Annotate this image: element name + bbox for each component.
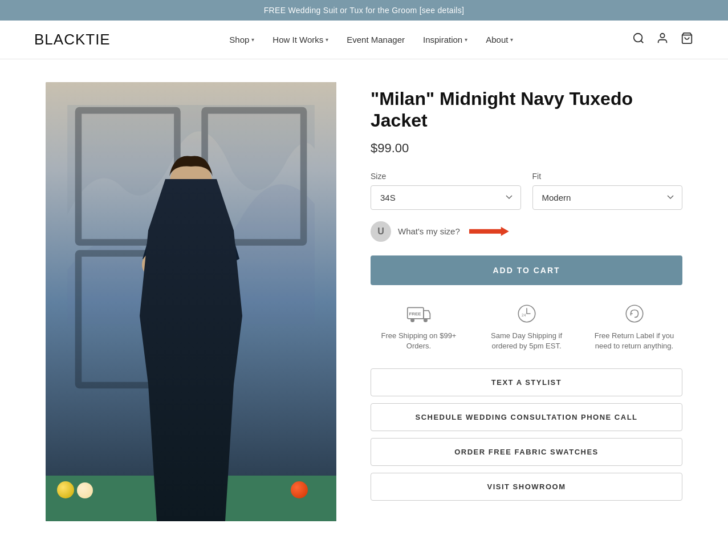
chevron-down-icon: ▾ — [510, 36, 513, 43]
nav-how-it-works[interactable]: How It Works ▾ — [273, 35, 328, 44]
svg-point-2 — [660, 34, 664, 38]
main-content: "Milan" Midnight Navy Tuxedo Jacket $99.… — [0, 59, 728, 544]
fit-label: Fit — [532, 172, 683, 181]
svg-text:FREE: FREE — [409, 311, 421, 316]
order-swatches-button[interactable]: ORDER FREE FABRIC SWATCHES — [371, 438, 682, 466]
logo-black: BLACK — [34, 31, 86, 48]
visit-showroom-button[interactable]: VISIT SHOWROOM — [371, 473, 682, 501]
svg-text:24: 24 — [522, 313, 526, 317]
pool-ball-yellow — [57, 481, 74, 498]
schedule-consultation-button[interactable]: SCHEDULE WEDDING CONSULTATION PHONE CALL — [371, 403, 682, 431]
shipping-features: FREE Free Shipping on $99+ Orders. 24 Sa… — [371, 302, 682, 351]
fit-dropdown[interactable]: Modern Classic Slim — [532, 185, 683, 210]
free-shipping-icon: FREE — [405, 302, 433, 325]
add-to-cart-button[interactable]: ADD TO CART — [371, 255, 682, 285]
svg-line-1 — [641, 40, 643, 43]
shipping-feature-sameday: 24 Same Day Shipping if ordered by 5pm E… — [478, 302, 575, 351]
svg-rect-8 — [198, 216, 208, 228]
svg-point-11 — [158, 419, 184, 430]
pool-ball-white — [77, 482, 93, 498]
nav-inspiration-label: Inspiration — [423, 35, 462, 44]
nav-shop-label: Shop — [229, 35, 249, 44]
nav-about[interactable]: About ▾ — [486, 35, 513, 44]
nav-event-manager[interactable]: Event Manager — [347, 35, 405, 44]
free-return-icon — [620, 302, 649, 325]
arrow-icon — [469, 226, 509, 237]
shipping-feature-free: FREE Free Shipping on $99+ Orders. — [371, 302, 467, 351]
logo-thin: TIE — [86, 31, 110, 48]
size-finder-icon: U — [371, 221, 391, 242]
nav-inspiration[interactable]: Inspiration ▾ — [423, 35, 467, 44]
selectors-row: Size 34S 34R 34L 36S 36R 36L 38S 38R 38L… — [371, 172, 682, 210]
svg-point-19 — [626, 305, 642, 322]
site-header: BLACKTIE Shop ▾ How It Works ▾ Event Man… — [0, 21, 728, 59]
pool-table — [46, 476, 336, 521]
product-image — [46, 82, 336, 521]
size-helper[interactable]: U What's my size? — [371, 221, 682, 242]
svg-point-0 — [634, 34, 642, 42]
cart-icon[interactable] — [680, 32, 694, 47]
shipping-text-return: Free Return Label if you need to return … — [586, 331, 682, 351]
svg-point-12 — [198, 419, 223, 430]
shipping-feature-return: Free Return Label if you need to return … — [586, 302, 682, 351]
pool-ball-orange — [291, 481, 308, 498]
svg-point-14 — [410, 318, 414, 322]
chevron-down-icon: ▾ — [465, 36, 467, 43]
nav-shop[interactable]: Shop ▾ — [229, 35, 254, 44]
site-logo[interactable]: BLACKTIE — [34, 31, 111, 48]
svg-rect-10 — [160, 303, 222, 417]
nav-how-it-works-label: How It Works — [273, 35, 323, 44]
chevron-down-icon: ▾ — [326, 36, 328, 43]
size-label: Size — [371, 172, 521, 181]
size-selector-group: Size 34S 34R 34L 36S 36R 36L 38S 38R 38L… — [371, 172, 521, 210]
main-nav: Shop ▾ How It Works ▾ Event Manager Insp… — [229, 35, 513, 44]
same-day-shipping-icon: 24 — [513, 302, 541, 325]
chevron-down-icon: ▾ — [251, 36, 254, 43]
product-image-container — [46, 82, 336, 521]
product-price: $99.00 — [371, 141, 682, 156]
product-details: "Milan" Midnight Navy Tuxedo Jacket $99.… — [371, 82, 682, 521]
header-icons — [632, 32, 694, 47]
fit-selector-group: Fit Modern Classic Slim — [532, 172, 683, 210]
account-icon[interactable] — [656, 32, 669, 47]
nav-about-label: About — [486, 35, 508, 44]
search-icon[interactable] — [632, 32, 645, 47]
size-dropdown[interactable]: 34S 34R 34L 36S 36R 36L 38S 38R 38L 40S … — [371, 185, 521, 210]
promo-text: FREE Wedding Suit or Tux for the Groom [… — [264, 6, 465, 15]
promo-banner: FREE Wedding Suit or Tux for the Groom [… — [0, 0, 728, 21]
product-title: "Milan" Midnight Navy Tuxedo Jacket — [371, 88, 682, 132]
svg-point-15 — [423, 318, 427, 322]
text-stylist-button[interactable]: TEXT A STYLIST — [371, 368, 682, 396]
nav-event-manager-label: Event Manager — [347, 35, 405, 44]
size-helper-text: What's my size? — [398, 226, 460, 236]
shipping-text-free: Free Shipping on $99+ Orders. — [371, 331, 467, 351]
shipping-text-sameday: Same Day Shipping if ordered by 5pm EST. — [478, 331, 575, 351]
svg-point-9 — [142, 254, 158, 275]
